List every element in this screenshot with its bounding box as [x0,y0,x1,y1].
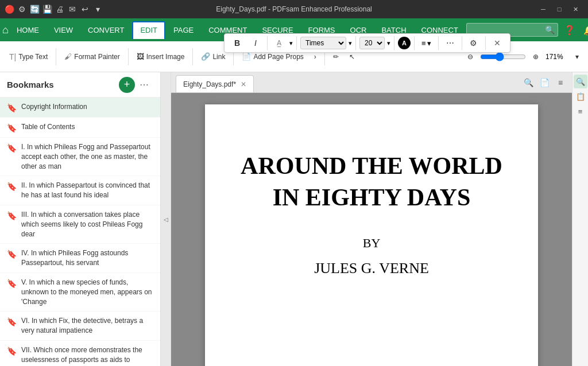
insert-image-icon: 🖼 [137,52,144,61]
bookmark-item-ch7[interactable]: 🔖 VII. Which once more demonstrates the … [0,341,160,366]
toolbar-icon-mail[interactable]: ✉ [68,5,77,14]
toolbar-icon-undo[interactable]: ↩ [80,5,90,14]
home-button[interactable]: ⌂ [2,20,9,40]
bookmark-text-ch6: VI. In which Fix, the detective, betrays… [21,316,153,336]
sidebar-more-button[interactable]: ⋯ [135,77,153,92]
app-icon: 🔴 [5,5,14,14]
insert-image-button[interactable]: 🖼 Insert Image [132,50,189,63]
document-tab[interactable]: Eighty_Days.pdf* ✕ [176,75,254,92]
toolbar-separator-2 [128,48,129,65]
search-panel-button[interactable]: 🔍 [521,76,535,89]
add-bookmark-button[interactable]: + [119,77,135,93]
window-controls: ─ □ ✕ [535,1,583,17]
menu-item-home[interactable]: HOME [10,22,46,38]
toolbar-separator-1 [56,48,56,65]
title-bar: 🔴 ⚙ 🔄 💾 🖨 ✉ ↩ ▾ Eighty_Days.pdf - PDFsam… [0,0,588,18]
bookmark-icon: 🔖 [7,123,17,133]
bookmark-text-ch7: VII. Which once more demonstrates the us… [21,345,153,366]
bookmark-text-ch5: V. In which a new species of funds, unkn… [21,278,153,306]
pdf-title-line2: IN EIGHTY DAYS [273,184,471,211]
bookmark-icon: 🔖 [7,317,17,326]
pdf-content-area: B I A̲ ▾ Times Arial Helvetica ▾ 20 12 1… [171,93,572,366]
format-painter-button[interactable]: 🖌 Format Painter [60,50,124,63]
zoom-level: 171% [546,53,568,61]
bookmark-icon: 🔖 [7,250,17,259]
tab-close-button[interactable]: ✕ [241,80,246,88]
bookmark-text-ch4: IV. In which Phileas Fogg astounds Passe… [21,248,153,268]
bookmark-item-ch6[interactable]: 🔖 VI. In which Fix, the detective, betra… [0,312,160,341]
insert-image-label: Insert Image [146,53,185,61]
sidebar-header: Bookmarks + ⋯ [0,72,160,98]
sidebar-collapse-button[interactable]: ◁ [161,72,171,366]
bookmark-item-ch5[interactable]: 🔖 V. In which a new species of funds, un… [0,273,160,312]
search-icon: 🔍 [545,25,555,34]
bookmark-text-copyright: Copyright Information [21,102,87,112]
bookmark-item-ch1[interactable]: 🔖 I. In which Phileas Fogg and Passepart… [0,138,160,176]
bookmark-icon: 🔖 [7,143,17,153]
menu-item-page[interactable]: PAGE [167,22,200,38]
toolbar-icon-more[interactable]: ▾ [93,5,102,14]
bookmarks-list: 🔖 Copyright Information 🔖 Table of Conte… [0,98,160,366]
help-icon[interactable]: ❓ [562,22,578,38]
menu-item-convert[interactable]: CONVERT [81,22,131,38]
type-text-icon: T| [9,52,16,61]
zoom-slider[interactable] [480,52,526,61]
toolbar-icon-print[interactable]: 🖨 [55,5,64,14]
toolbar-icon-settings[interactable]: ⚙ [17,5,26,14]
type-text-label: Type Text [18,53,48,61]
title-bar-left: 🔴 ⚙ 🔄 💾 🖨 ✉ ↩ ▾ [5,5,102,14]
more-tools-icon: › [314,53,316,61]
link-label: Link [212,53,225,61]
add-page-props-icon: 📄 [242,52,251,61]
tab-right-icons: 🔍 📄 ≡ [521,76,567,89]
zoom-in-button[interactable]: ⊕ [528,50,543,63]
close-button[interactable]: ✕ [567,1,583,17]
settings-panel-button[interactable]: ≡ [554,76,567,89]
toolbar-icon-refresh[interactable]: 🔄 [30,5,39,14]
link-icon: 🔗 [201,52,210,61]
maximize-button[interactable]: □ [551,1,567,17]
pdf-title: AROUND THE WORLD IN EIGHTY DAYS [241,150,502,213]
bookmark-text-ch2: II. In which Passepartout is convinced t… [21,181,153,200]
bookmark-icon: 🔖 [7,279,17,288]
bookmark-icon: 🔖 [7,211,17,220]
pdf-by: BY [363,236,381,251]
bookmark-item-ch3[interactable]: 🔖 III. In which a conversation takes pla… [0,205,160,244]
bookmark-text-toc: Table of Contents [21,122,75,132]
sidebar: Bookmarks + ⋯ 🔖 Copyright Information 🔖 … [0,72,161,366]
tab-bar: Eighty_Days.pdf* ✕ 🔍 📄 ≡ [171,72,572,93]
cursor-icon: ↖ [349,53,355,61]
pdf-page: AROUND THE WORLD IN EIGHTY DAYS BY JULES… [205,104,538,366]
add-page-props-label: Add Page Props [253,53,303,61]
tab-filename: Eighty_Days.pdf* [183,80,236,88]
main-layout: Bookmarks + ⋯ 🔖 Copyright Information 🔖 … [0,72,588,366]
bookmark-item-toc[interactable]: 🔖 Table of Contents [0,118,160,138]
right-panel: Eighty_Days.pdf* ✕ 🔍 📄 ≡ B I A̲ ▾ Times [171,72,572,366]
window-title: Eighty_Days.pdf - PDFsam Enhanced Profes… [216,5,372,13]
bookmark-icon: 🔖 [7,182,17,191]
zoom-out-icon: ⊖ [467,53,473,61]
bookmark-item-copyright[interactable]: 🔖 Copyright Information [0,98,160,118]
type-text-button[interactable]: T| Type Text [5,50,52,64]
page-panel-button[interactable]: 📄 [537,76,551,89]
bookmark-item-ch4[interactable]: 🔖 IV. In which Phileas Fogg astounds Pas… [0,244,160,273]
bookmark-item-ch2[interactable]: 🔖 II. In which Passepartout is convinced… [0,176,160,205]
notifications-icon[interactable]: 🔔 [581,22,588,38]
pdf-author: JULES G. VERNE [314,260,429,277]
toolbar-icon-save[interactable]: 💾 [42,5,52,14]
right-side-panel: 🔍 📋 ≡ [572,72,588,366]
toolbar-separator-3 [192,48,193,65]
format-painter-label: Format Painter [74,53,119,61]
minimize-button[interactable]: ─ [535,1,551,17]
panel-icon-settings[interactable]: ≡ [574,104,587,118]
menu-item-edit[interactable]: EDIT [132,21,165,39]
bookmark-icon: 🔖 [7,103,17,112]
panel-icon-page[interactable]: 📋 [574,89,587,103]
panel-icon-search[interactable]: 🔍 [574,75,587,88]
menu-item-view[interactable]: VIEW [47,22,80,38]
bookmark-text-ch1: I. In which Phileas Fogg and Passepartou… [21,142,153,171]
bookmark-text-ch3: III. In which a conversation takes place… [21,210,153,239]
bookmark-icon: 🔖 [7,346,17,356]
pencil-icon: ✏ [333,53,339,61]
zoom-dropdown-button[interactable]: ▾ [571,50,583,63]
